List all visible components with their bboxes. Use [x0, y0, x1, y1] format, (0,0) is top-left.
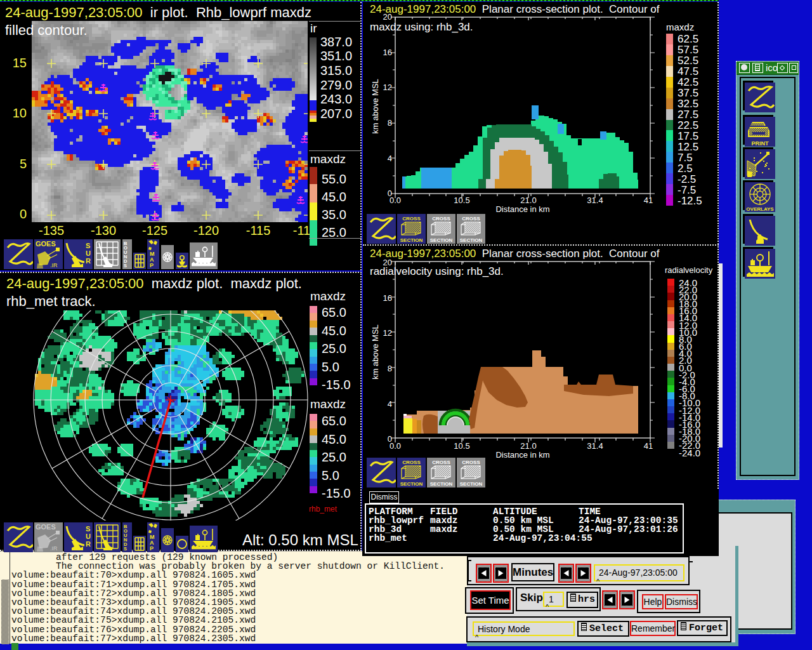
svg-text:SECTION: SECTION: [460, 237, 483, 243]
svg-text:R: R: [86, 540, 91, 548]
svg-text:S: S: [86, 525, 90, 533]
svg-text:GOES: GOES: [36, 523, 56, 531]
svg-text:CROSS: CROSS: [402, 216, 421, 222]
svg-text:S: S: [124, 546, 127, 552]
svg-text:SECTION: SECTION: [400, 237, 423, 243]
svg-text:SECTION: SECTION: [460, 481, 483, 487]
svg-text:CROSS: CROSS: [462, 216, 480, 222]
svg-text:U: U: [86, 533, 91, 540]
svg-text:SECTION: SECTION: [430, 237, 453, 243]
svg-text:SECTION: SECTION: [400, 481, 423, 487]
svg-text:S: S: [124, 263, 127, 269]
svg-text:S: S: [86, 242, 90, 249]
svg-text:CROSS: CROSS: [432, 216, 450, 222]
svg-text:OVERLAYS: OVERLAYS: [746, 206, 774, 212]
svg-text:.IR: .IR: [50, 545, 58, 552]
svg-text:CROSS: CROSS: [432, 460, 450, 465]
svg-text:R: R: [86, 257, 91, 265]
svg-text:P: P: [150, 545, 154, 552]
svg-text:SECTION: SECTION: [430, 481, 453, 487]
svg-text:GOES: GOES: [36, 240, 56, 248]
svg-text:CROSS: CROSS: [402, 460, 421, 465]
svg-text:U: U: [86, 249, 91, 257]
svg-text:.IR: .IR: [50, 262, 58, 269]
svg-text:PRINT: PRINT: [752, 140, 769, 147]
svg-text:CROSS: CROSS: [462, 460, 480, 465]
svg-text:P: P: [150, 262, 154, 269]
